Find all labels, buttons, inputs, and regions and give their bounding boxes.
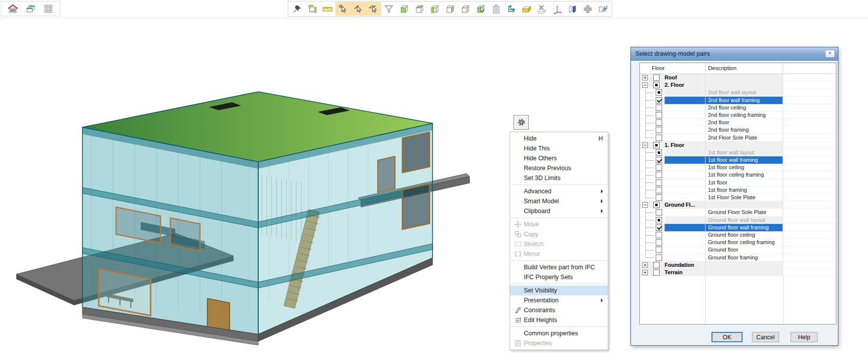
presentation-menu-item[interactable]: Presentation	[510, 295, 608, 305]
expand-button[interactable]	[642, 262, 648, 268]
row-checkbox-unchecked[interactable]	[656, 112, 662, 118]
context-options-button[interactable]	[513, 115, 529, 130]
tree-row-1st-floor-sole-plate[interactable]: 1st Floor Sole Plate	[640, 194, 836, 201]
row-checkbox-unchecked[interactable]	[653, 269, 660, 276]
part-list-button[interactable]	[488, 2, 504, 16]
row-checkbox-unchecked[interactable]	[653, 74, 660, 81]
tree-row-ground-floor-wall-layout[interactable]: Ground floor wall layout	[640, 217, 836, 224]
cascade-windows-button[interactable]	[24, 2, 37, 15]
window-grid-button[interactable]	[42, 2, 55, 15]
tree-row-2nd-floor-framing[interactable]: 2nd floor framing	[640, 126, 836, 134]
panel-pair-button[interactable]	[565, 2, 580, 16]
set-3d-limits-menu-item[interactable]: Set 3D Limits	[510, 173, 608, 183]
tree-row-terrain[interactable]: Terrain	[640, 269, 836, 276]
tree-row-roof[interactable]: Roof	[640, 74, 836, 81]
house-model[interactable]	[82, 92, 433, 336]
tree-row-ground-floor[interactable]: Ground floor	[640, 246, 836, 253]
tree-row-ground-floor-sole-plate[interactable]: Ground Floor Sole Plate	[640, 209, 836, 216]
collapse-button[interactable]	[642, 202, 648, 208]
select-face-button[interactable]	[366, 2, 381, 16]
row-checkbox-unchecked[interactable]	[656, 232, 662, 238]
cube-right-button[interactable]	[442, 2, 458, 16]
cube-solid-button[interactable]	[458, 2, 473, 16]
home-button[interactable]	[6, 2, 19, 15]
hide-others-menu-item[interactable]: Hide Others	[510, 153, 608, 163]
row-checkbox-unchecked[interactable]	[656, 172, 662, 178]
row-checkbox-unchecked[interactable]	[656, 127, 662, 133]
tree-row-foundation[interactable]: Foundation	[640, 261, 836, 269]
build-vertex-part-from-ifc-menu-item[interactable]: Build Vertex part from IFC	[510, 262, 608, 272]
model-3d-viewport[interactable]	[12, 86, 476, 348]
tree-row-ground-floor-wall-framing[interactable]: Ground floor wall framing	[640, 224, 836, 231]
row-checkbox-unchecked[interactable]	[656, 105, 662, 111]
row-checkbox-partial[interactable]	[653, 202, 660, 208]
tree-row-1st-floor-framing[interactable]: 1st floor framing	[640, 186, 836, 194]
hide-menu-item[interactable]: HideH	[510, 134, 608, 144]
tree-row-1st-floor-ceiling-framing[interactable]: 1st floor ceiling framing	[640, 171, 836, 179]
export-button[interactable]	[595, 2, 611, 16]
row-checkbox-unchecked[interactable]	[656, 239, 662, 246]
tree-row-ground-floor-framing[interactable]: Ground floor framing	[640, 254, 836, 261]
tree-row-2nd-floor-ceiling[interactable]: 2nd floor ceiling	[640, 104, 836, 111]
collapse-button[interactable]	[642, 82, 648, 88]
row-checkbox-partial[interactable]	[656, 217, 662, 223]
row-checkbox-unchecked[interactable]	[656, 247, 662, 253]
expand-button[interactable]	[642, 270, 648, 275]
row-checkbox-unchecked[interactable]	[656, 119, 662, 126]
tree-row-1st-floor[interactable]: 1st floor	[640, 179, 836, 186]
select-point-button[interactable]	[335, 2, 351, 16]
add-button[interactable]	[580, 2, 595, 16]
close-button[interactable]: ×	[825, 50, 835, 58]
row-checkbox-unchecked[interactable]	[656, 187, 662, 193]
cube-front-button[interactable]	[396, 2, 412, 16]
constraints-menu-item[interactable]: Constraints	[510, 305, 608, 315]
cube-top-button[interactable]	[412, 2, 427, 16]
row-checkbox-unchecked[interactable]	[656, 209, 662, 216]
expand-button[interactable]	[642, 75, 648, 80]
ruler-button[interactable]	[320, 2, 335, 16]
hide-this-menu-item[interactable]: Hide This	[510, 144, 608, 153]
ok-button[interactable]: OK	[711, 332, 743, 342]
select-edge-button[interactable]	[351, 2, 366, 16]
tree-row-2nd-floor-sole-plate[interactable]: 2nd Floor Sole Plate	[640, 134, 836, 142]
row-checkbox-checked[interactable]	[656, 157, 662, 163]
common-properties-menu-item[interactable]: Common properties	[510, 328, 608, 338]
axis-button[interactable]	[550, 2, 565, 16]
row-checkbox-checked[interactable]	[656, 97, 662, 104]
row-checkbox-unchecked[interactable]	[653, 262, 660, 268]
tree-row-2nd-floor-wall-layout[interactable]: 2nd floor wall layout	[640, 89, 836, 96]
steel-part-button[interactable]	[504, 2, 519, 16]
dimension-button[interactable]	[305, 2, 320, 16]
help-button[interactable]: Help	[790, 332, 818, 342]
cube-pick-button[interactable]	[473, 2, 488, 16]
edit-heights-menu-item[interactable]: Edit Heights	[510, 315, 608, 325]
clipboard-menu-item[interactable]: Clipboard	[510, 206, 608, 216]
delete-part-button[interactable]	[534, 2, 550, 16]
tree-row-ground-floor-ceiling-framing[interactable]: Ground floor ceiling framing	[640, 239, 836, 246]
row-checkbox-unchecked[interactable]	[656, 254, 662, 261]
dialog-titlebar[interactable]: Select drawing-model pairs ×	[631, 47, 838, 61]
row-checkbox-partial[interactable]	[656, 149, 662, 156]
collapse-button[interactable]	[642, 143, 648, 148]
tree-row-2nd-floor[interactable]: 2nd floor	[640, 119, 836, 126]
tree-row-2nd-floor-wall-framing[interactable]: 2nd floor wall framing	[640, 97, 836, 104]
tree-row-1st-floor-wall-framing[interactable]: 1st floor wall framing	[640, 156, 836, 164]
row-checkbox-unchecked[interactable]	[656, 164, 662, 171]
row-checkbox-unchecked[interactable]	[656, 180, 662, 186]
row-checkbox-unchecked[interactable]	[656, 135, 662, 141]
material-bin-button[interactable]	[519, 2, 534, 16]
ifc-property-sets-menu-item[interactable]: IFC Property Sets	[510, 272, 608, 282]
row-checkbox-partial[interactable]	[653, 82, 660, 88]
set-visibility-menu-item[interactable]: Set Visibility	[510, 286, 608, 295]
cancel-button[interactable]: Cancel	[752, 332, 779, 342]
cube-left-button[interactable]	[427, 2, 442, 16]
row-checkbox-partial[interactable]	[656, 89, 662, 96]
row-checkbox-unchecked[interactable]	[656, 194, 662, 201]
tree-row-ground-floor-ceiling[interactable]: Ground floor ceiling	[640, 231, 836, 239]
advanced-menu-item[interactable]: Advanced	[510, 186, 608, 196]
filter-button[interactable]	[381, 2, 396, 16]
row-checkbox-checked[interactable]	[656, 224, 662, 231]
pin-button[interactable]	[289, 2, 305, 16]
tree-row-1st-floor-wall-layout[interactable]: 1st floor wall layout	[640, 149, 836, 156]
tree-row-2nd-floor-ceiling-framing[interactable]: 2nd floor ceiling framing	[640, 111, 836, 119]
